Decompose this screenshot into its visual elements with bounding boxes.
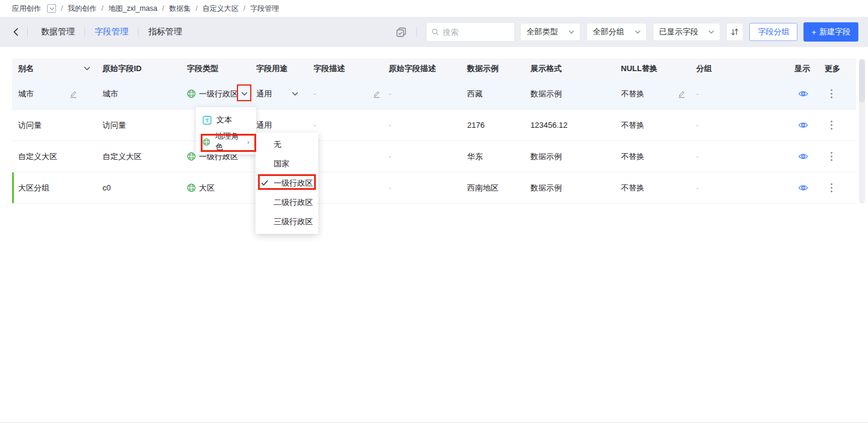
visibility-filter-value: 已显示字段 (659, 27, 698, 37)
breadcrumb-separator: / (195, 4, 197, 13)
more-actions-button[interactable] (825, 183, 832, 192)
cell-field-usage[interactable]: 通用 (256, 120, 313, 131)
sort-button[interactable] (726, 23, 743, 41)
menu-item-geo-role[interactable]: 地理角色 › (196, 131, 256, 153)
toolbar-divider (417, 27, 417, 37)
cell-orig-desc: - (389, 152, 467, 161)
toolbar: 数据管理 字段管理 指标管理 全部类型 全部分组 (0, 17, 868, 47)
cell-field-desc: - (313, 183, 389, 192)
tab-field-management[interactable]: 字段管理 (85, 27, 138, 37)
visibility-eye-button[interactable] (798, 153, 808, 160)
chevron-down-icon (49, 7, 54, 10)
more-actions-button[interactable] (825, 121, 832, 130)
sort-arrows-icon (731, 28, 739, 36)
cell-field-type[interactable]: 一级行政区 (187, 89, 256, 99)
plus-icon: + (811, 28, 816, 37)
table-row[interactable]: 自定义大区 自定义大区 一级行政区 - - 华东 数据示例 不替换 - (12, 141, 856, 172)
cell-sample: 西藏 (467, 89, 530, 99)
field-group-button[interactable]: 字段分组 (749, 23, 797, 41)
visibility-eye-button[interactable] (798, 90, 808, 98)
cell-field-desc: - (313, 89, 389, 98)
table-row[interactable]: 大区分组 c0 大区 - - 西南地区 数据示例 不替换 - (12, 172, 856, 204)
eye-icon (798, 153, 808, 160)
submenu-arrow-icon: › (247, 137, 250, 146)
submenu-item-country[interactable]: 国家 (256, 154, 318, 174)
visibility-eye-button[interactable] (798, 121, 808, 129)
submenu-item-city[interactable]: 二级行政区 (256, 193, 318, 212)
field-table: 别名 原始字段ID 字段类型 字段用途 字段描述 原始字段描述 数据示例 展示格… (12, 58, 856, 204)
search-box (427, 23, 514, 41)
toolbar-right-group: 全部类型 全部分组 已显示字段 字段分组 + 新建字段 (395, 22, 858, 42)
breadcrumb-app-selector[interactable]: 应用创作 (12, 4, 41, 14)
visibility-eye-button[interactable] (798, 184, 808, 192)
batch-select-button[interactable] (395, 27, 407, 38)
cell-visible (794, 90, 825, 98)
cell-field-id: 城市 (102, 89, 187, 99)
menu-item-text[interactable]: T 文本 (196, 109, 256, 131)
submenu-item-none[interactable]: 无 (256, 135, 318, 154)
edit-desc-button[interactable] (373, 90, 380, 98)
type-dropdown-chevron[interactable] (241, 92, 248, 96)
table-row[interactable]: 访问量 访问量 通用 - - 2176 123456.12 不替换 - (12, 110, 856, 141)
chevron-left-icon (13, 28, 19, 36)
cell-field-id: 访问量 (102, 120, 187, 131)
submenu-item-district[interactable]: 三级行政区 (256, 212, 318, 231)
breadcrumb-item[interactable]: 自定义大区 (203, 4, 239, 14)
new-field-button[interactable]: + 新建字段 (804, 22, 858, 42)
cell-field-desc: - (313, 152, 389, 161)
edit-null-replace-button[interactable] (678, 90, 685, 98)
search-input[interactable] (442, 28, 509, 37)
type-filter-select[interactable]: 全部类型 (520, 23, 580, 41)
tab-metric-management[interactable]: 指标管理 (139, 27, 192, 37)
back-button[interactable] (10, 28, 24, 36)
submenu-item-province[interactable]: 一级行政区 (256, 174, 318, 193)
group-filter-value: 全部分组 (593, 27, 624, 37)
header-more: 更多 (825, 63, 856, 74)
header-group: 分组 (696, 63, 794, 74)
breadcrumb-item[interactable]: 我的创作 (68, 4, 96, 14)
header-orig-desc: 原始字段描述 (389, 63, 467, 74)
cell-field-type[interactable]: 大区 (187, 183, 256, 193)
search-icon (432, 28, 439, 36)
cell-orig-desc: - (389, 121, 467, 130)
breadcrumb-item-current: 字段管理 (250, 4, 279, 14)
cell-group: - (696, 121, 794, 130)
chevron-down-icon (241, 92, 248, 96)
cell-sample: 2176 (467, 121, 530, 130)
visibility-filter-select[interactable]: 已显示字段 (653, 23, 720, 41)
app-selector-chevron-box[interactable] (47, 4, 56, 13)
scrollbar-track[interactable] (859, 59, 865, 204)
breadcrumb-item[interactable]: 地图_zxl_masa (108, 4, 157, 14)
cell-orig-desc: - (389, 183, 467, 192)
eye-icon (798, 184, 808, 192)
cell-sample: 西南地区 (467, 183, 530, 193)
breadcrumb-separator: / (61, 4, 63, 13)
usage-dropdown-chevron[interactable] (292, 92, 298, 96)
globe-icon (187, 152, 196, 161)
cell-field-usage[interactable]: 通用 (256, 89, 313, 99)
text-type-icon: T (203, 116, 212, 125)
globe-icon (187, 89, 196, 98)
tab-data-management[interactable]: 数据管理 (31, 27, 84, 37)
alias-column-chevron[interactable] (84, 66, 90, 71)
header-null-replace: NULL替换 (621, 63, 696, 74)
edit-alias-button[interactable] (69, 90, 77, 98)
cell-format: 数据示例 (530, 89, 621, 99)
cell-alias: 大区分组 (18, 183, 102, 193)
cell-orig-desc: - (389, 89, 467, 98)
cell-more (825, 89, 856, 98)
breadcrumb-item[interactable]: 数据集 (169, 4, 190, 14)
new-field-button-label: 新建字段 (819, 27, 851, 37)
field-group-button-label: 字段分组 (758, 27, 789, 37)
table-row[interactable]: 城市 城市 一级行政区 通用 (12, 78, 856, 110)
header-field-id: 原始字段ID (102, 63, 187, 74)
cell-sample: 华东 (467, 151, 530, 162)
cell-null-replace: 不替换 (621, 183, 696, 193)
group-filter-select[interactable]: 全部分组 (587, 23, 647, 41)
svg-text:T: T (206, 117, 209, 123)
more-actions-button[interactable] (825, 152, 832, 161)
chevron-down-icon (635, 30, 641, 34)
type-filter-value: 全部类型 (526, 27, 558, 37)
more-actions-button[interactable] (825, 89, 832, 98)
scrollbar-thumb[interactable] (859, 59, 865, 102)
